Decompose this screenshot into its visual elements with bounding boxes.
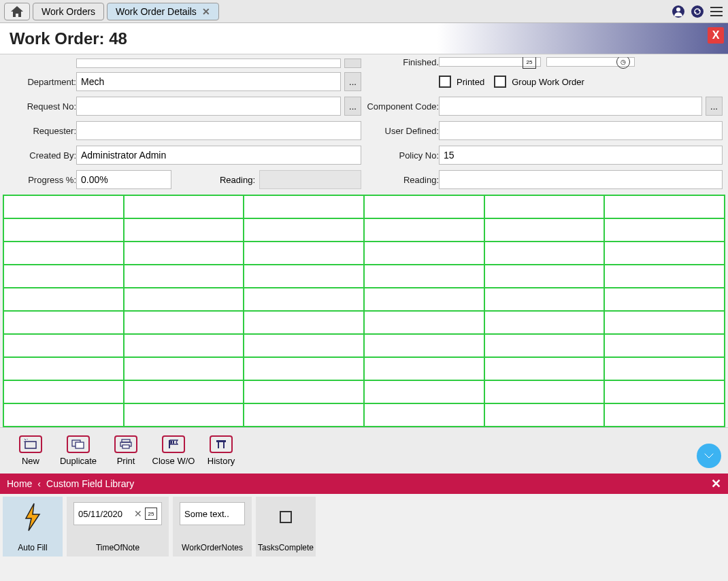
policy-no-label: Policy No: <box>367 150 439 161</box>
new-icon <box>19 435 42 453</box>
user-defined-label: User Defined: <box>367 126 439 136</box>
workordernotes-preview: Some text.. <box>180 502 245 525</box>
table-row <box>3 403 725 427</box>
tab-close-button[interactable]: ✕ <box>202 6 210 17</box>
taskscomplete-item[interactable]: TasksComplete <box>256 497 316 557</box>
cflib-home-link[interactable]: Home <box>7 478 32 489</box>
autofill-item[interactable]: Auto Fill <box>3 497 63 557</box>
table-row <box>3 242 725 265</box>
close-wo-icon <box>162 435 185 453</box>
top-tab-bar: Work Orders Work Order Details ✕ <box>0 0 728 23</box>
svg-rect-11 <box>122 445 129 448</box>
svg-point-1 <box>676 7 680 12</box>
page-title: Work Order: 48 <box>10 29 127 48</box>
user-icon[interactable] <box>671 4 686 19</box>
data-grid[interactable] <box>3 195 725 427</box>
tab-label: Work Orders <box>42 6 95 17</box>
svg-rect-5 <box>710 15 723 16</box>
svg-rect-19 <box>223 442 225 448</box>
finished-date-field[interactable]: 25 <box>439 57 541 67</box>
reading-field-left <box>259 170 361 189</box>
chevron-left-icon: ‹ <box>37 478 41 489</box>
bottom-toolbar: New Duplicate Print Close W/O History <box>0 427 728 474</box>
timeofnote-preview: 05/11/2020 ✕ 25 <box>73 502 162 525</box>
menu-icon[interactable] <box>709 4 724 19</box>
new-button[interactable]: New <box>7 431 54 471</box>
checkbox-icon <box>280 511 292 523</box>
svg-rect-18 <box>218 442 219 448</box>
department-field[interactable]: Mech <box>76 72 341 91</box>
clear-icon: ✕ <box>134 508 142 519</box>
workordernotes-item[interactable]: Some text.. WorkOrderNotes <box>173 497 252 557</box>
svg-rect-17 <box>216 440 226 442</box>
close-wo-button[interactable]: Close W/O <box>150 431 197 471</box>
print-button[interactable]: Print <box>102 431 150 471</box>
type-field-partial[interactable] <box>76 59 341 68</box>
expand-toolbar-button[interactable] <box>697 444 721 468</box>
printed-label: Printed <box>457 77 484 87</box>
clock-icon: ◷ <box>616 57 630 69</box>
chevron-down-icon <box>702 449 716 463</box>
group-work-order-checkbox[interactable] <box>494 76 506 88</box>
requester-label: Requester: <box>5 126 76 136</box>
history-icon <box>210 435 233 453</box>
printed-checkbox[interactable] <box>439 76 451 88</box>
finished-time-field[interactable]: ◷ <box>546 57 635 67</box>
timeofnote-item[interactable]: 05/11/2020 ✕ 25 TimeOfNote <box>67 497 169 557</box>
sync-icon[interactable] <box>690 4 705 19</box>
svg-rect-13 <box>171 441 172 442</box>
department-lookup-btn[interactable]: ... <box>344 72 361 91</box>
form-area: Department: Mech ... Request No: ... Req… <box>0 54 728 192</box>
duplicate-button[interactable]: Duplicate <box>54 431 102 471</box>
created-by-label: Created By: <box>5 150 76 161</box>
svg-point-2 <box>691 5 704 18</box>
close-page-button[interactable]: X <box>708 27 724 44</box>
cflib-close-button[interactable]: ✕ <box>711 476 721 491</box>
tab-label: Work Order Details <box>116 6 197 17</box>
group-work-order-label: Group Work Order <box>512 77 584 87</box>
table-row <box>3 357 725 380</box>
svg-rect-6 <box>25 442 36 448</box>
svg-rect-8 <box>76 442 84 448</box>
department-label: Department: <box>5 77 76 87</box>
title-bar: Work Order: 48 X <box>0 23 728 54</box>
requester-field[interactable] <box>76 121 361 140</box>
svg-rect-15 <box>171 442 172 444</box>
reading-field-right[interactable] <box>439 170 723 189</box>
svg-rect-3 <box>710 7 723 8</box>
progress-field[interactable]: 0.00% <box>76 170 171 189</box>
duplicate-icon <box>67 435 90 453</box>
svg-rect-14 <box>173 441 174 442</box>
type-lookup-btn[interactable] <box>344 59 361 68</box>
reading-label-left: Reading: <box>171 175 259 185</box>
table-row <box>3 334 725 357</box>
custom-field-library-panel: Auto Fill 05/11/2020 ✕ 25 TimeOfNote Som… <box>0 494 728 559</box>
progress-label: Progress %: <box>5 175 76 185</box>
home-icon <box>11 6 23 17</box>
created-by-field: Administrator Admin <box>76 146 361 165</box>
calendar-icon: 25 <box>145 508 157 520</box>
print-icon <box>114 435 137 453</box>
cflib-title: Custom Field Library <box>46 478 134 489</box>
custom-field-library-bar: Home ‹ Custom Field Library ✕ <box>0 474 728 494</box>
component-code-lookup-btn[interactable]: ... <box>706 97 723 116</box>
tab-work-orders[interactable]: Work Orders <box>33 3 104 20</box>
table-row <box>3 380 725 403</box>
user-defined-field[interactable] <box>439 121 723 140</box>
table-row <box>3 195 725 218</box>
component-code-field[interactable] <box>439 97 702 116</box>
history-button[interactable]: History <box>197 431 245 471</box>
component-code-label: Component Code: <box>367 101 439 112</box>
table-row <box>3 218 725 242</box>
policy-no-field[interactable]: 15 <box>439 146 723 165</box>
request-no-field[interactable] <box>76 97 341 116</box>
table-row <box>3 311 725 334</box>
home-button[interactable] <box>4 3 30 20</box>
request-no-lookup-btn[interactable]: ... <box>344 97 361 116</box>
request-no-label: Request No: <box>5 101 76 112</box>
finished-label-partial: Finished. <box>367 57 439 68</box>
svg-rect-4 <box>710 11 723 12</box>
lightning-icon <box>20 502 45 532</box>
svg-rect-16 <box>173 442 174 444</box>
tab-work-order-details[interactable]: Work Order Details ✕ <box>107 3 219 20</box>
